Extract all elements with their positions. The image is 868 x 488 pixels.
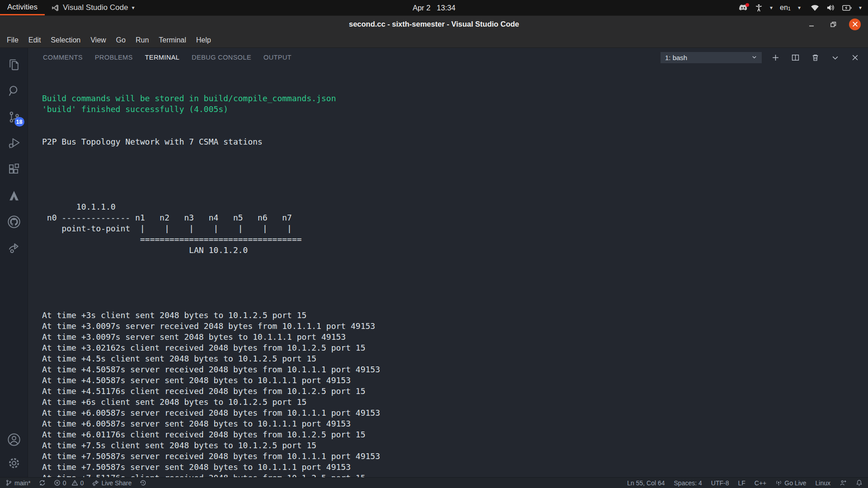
timeline-history-icon[interactable] (140, 479, 146, 486)
atlassian-icon[interactable] (6, 188, 22, 203)
menu-item[interactable]: Terminal (154, 34, 191, 46)
kill-terminal-trash-icon[interactable] (808, 51, 822, 64)
wifi-icon[interactable] (811, 5, 819, 11)
terminal-line: At time +4.50587s server received 2048 b… (42, 364, 863, 375)
live-share-icon[interactable] (6, 240, 22, 256)
notification-dot (745, 3, 749, 7)
go-live-status[interactable]: Go Live (775, 479, 806, 487)
git-branch-label: main* (14, 479, 31, 487)
eol-label: LF (738, 479, 745, 487)
search-icon[interactable] (6, 83, 22, 99)
accessibility-tray-icon[interactable] (755, 4, 763, 12)
menu-item[interactable]: Edit (24, 34, 46, 46)
keyboard-layout-indicator[interactable]: en 1 (780, 4, 791, 12)
panel-tab[interactable]: TERMINAL (145, 51, 180, 64)
restore-button[interactable] (827, 19, 839, 30)
battery-charging-icon[interactable] (842, 5, 852, 11)
menu-item[interactable]: Selection (46, 34, 85, 46)
clock-date: Apr 2 (413, 4, 430, 12)
terminal-session-select[interactable]: 1: bash (660, 52, 762, 64)
explorer-icon[interactable] (6, 57, 22, 72)
terminal-blank-line (42, 169, 863, 180)
split-terminal-icon[interactable] (788, 51, 802, 64)
terminal-line: At time +6s client sent 2048 bytes to 10… (42, 397, 863, 408)
terminal-panel: COMMENTSPROBLEMSTERMINALDEBUG CONSOLEOUT… (28, 48, 868, 477)
keyboard-caret-icon[interactable]: ▾ (798, 5, 801, 11)
volume-icon[interactable] (826, 4, 835, 11)
vscode-logo-icon (51, 4, 59, 12)
activity-bar: 18 (0, 48, 28, 477)
terminal-line: At time +4.5s client sent 2048 bytes to … (42, 353, 863, 364)
run-debug-icon[interactable] (6, 136, 22, 151)
terminal-line: At time +7.51176s client received 2048 b… (42, 473, 863, 477)
remote-os-label: Linux (816, 479, 830, 487)
system-menu-caret-icon[interactable]: ▾ (859, 5, 862, 11)
encoding-status[interactable]: UTF-8 (711, 479, 729, 487)
settings-gear-icon[interactable] (6, 455, 22, 471)
sync-icon[interactable] (39, 479, 46, 486)
system-tray: ▾ en 1 ▾ ▾ (732, 0, 868, 15)
maximize-panel-chevron-icon[interactable] (828, 51, 842, 64)
remote-os-status[interactable]: Linux (816, 479, 830, 487)
panel-tabs: COMMENTSPROBLEMSTERMINALDEBUG CONSOLEOUT… (43, 51, 292, 64)
terminal-output[interactable]: Build commands will be stored in build/c… (28, 67, 868, 477)
terminal-line: At time +7.50587s server received 2048 b… (42, 451, 863, 462)
menu-bar: FileEditSelectionViewGoRunTerminalHelp (0, 33, 868, 48)
extensions-icon[interactable] (6, 162, 22, 177)
panel-tab[interactable]: PROBLEMS (95, 51, 133, 64)
accessibility-caret-icon[interactable]: ▾ (770, 5, 773, 11)
github-icon[interactable] (6, 214, 22, 230)
terminal-line: At time +7.50587s server sent 2048 bytes… (42, 462, 863, 473)
terminal-line: At time +7.5s client sent 2048 bytes to … (42, 440, 863, 451)
terminal-session-value: 1: bash (665, 54, 687, 61)
activities-button[interactable]: Activities (0, 0, 45, 15)
source-control-badge: 18 (14, 117, 24, 127)
clock-time: 13:34 (437, 4, 455, 12)
status-bar: main* 0 0 Live Share Ln 55, Col 64 Space… (0, 477, 868, 488)
menu-item[interactable]: Go (111, 34, 131, 46)
keyboard-layout-code: en (780, 4, 788, 12)
menu-item[interactable]: View (85, 34, 111, 46)
activities-label: Activities (7, 3, 38, 12)
go-live-label: Go Live (784, 479, 806, 487)
indentation-status[interactable]: Spaces: 4 (674, 479, 702, 487)
panel-header: COMMENTSPROBLEMSTERMINALDEBUG CONSOLEOUT… (28, 48, 868, 67)
close-panel-icon[interactable] (848, 51, 862, 64)
diagram-line: ================================= (42, 234, 863, 245)
diagram-line: LAN 10.1.2.0 (42, 245, 863, 256)
simulation-log: At time +3s client sent 2048 bytes to 10… (42, 310, 863, 477)
discord-tray-icon[interactable] (739, 4, 748, 11)
live-share-status[interactable]: Live Share (92, 479, 132, 487)
feedback-icon[interactable] (840, 479, 847, 486)
chevron-down-icon: ▾ (132, 5, 134, 11)
window-title-bar[interactable]: second.cc - sixth-semester - Visual Stud… (0, 15, 868, 33)
app-menu-button[interactable]: Visual Studio Code ▾ (45, 0, 141, 15)
git-branch-status[interactable]: main* (5, 479, 31, 487)
cursor-position-status[interactable]: Ln 55, Col 64 (627, 479, 665, 487)
account-icon[interactable] (6, 432, 22, 447)
panel-tab[interactable]: DEBUG CONSOLE (192, 51, 251, 64)
window-title: second.cc - sixth-semester - Visual Stud… (349, 20, 519, 28)
diagram-line: n0 -------------- n1 n2 n3 n4 n5 n6 n7 (42, 212, 863, 223)
desktop-clock[interactable]: Apr 2 13:34 (413, 0, 456, 15)
notifications-bell-icon[interactable] (856, 479, 863, 486)
close-button[interactable] (849, 19, 861, 30)
error-count: 0 (63, 479, 66, 487)
terminal-line: At time +6.00587s server received 2048 b… (42, 408, 863, 418)
source-control-icon[interactable]: 18 (6, 109, 22, 125)
diagram-line: point-to-point | | | | | | | (42, 223, 863, 234)
menu-item[interactable]: File (2, 34, 24, 46)
panel-tab[interactable]: OUTPUT (264, 51, 292, 64)
diagram-line: 10.1.1.0 (42, 202, 863, 212)
new-terminal-icon[interactable] (769, 51, 782, 64)
language-mode-status[interactable]: C++ (755, 479, 766, 487)
minimize-button[interactable] (806, 19, 817, 30)
menu-item[interactable]: Help (191, 34, 216, 46)
encoding-label: UTF-8 (711, 479, 729, 487)
terminal-line: P2P Bus Topology Network with 7 CSMA sta… (42, 136, 863, 147)
terminal-blank-line (42, 277, 863, 288)
problems-status[interactable]: 0 0 (54, 479, 84, 487)
eol-status[interactable]: LF (738, 479, 745, 487)
menu-item[interactable]: Run (131, 34, 154, 46)
panel-tab[interactable]: COMMENTS (43, 51, 83, 64)
